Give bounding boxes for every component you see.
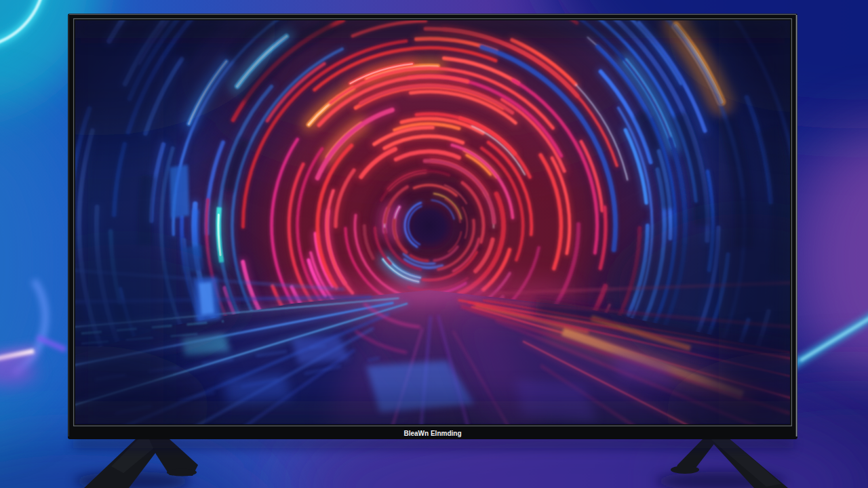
svg-text:BleaWn Elnmding: BleaWn Elnmding bbox=[404, 430, 462, 437]
